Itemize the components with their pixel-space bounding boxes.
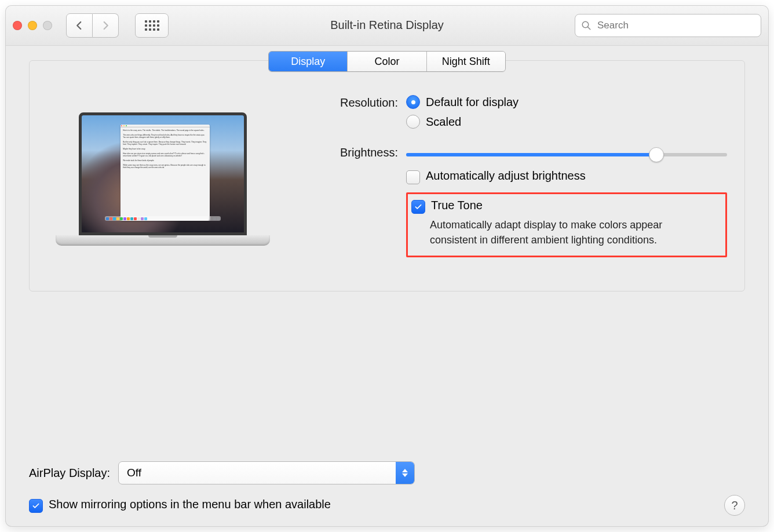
slider-thumb-icon[interactable] [649,147,664,162]
auto-brightness-label: Automatically adjust brightness [426,169,586,183]
airplay-value: Off [119,467,396,479]
radio-scaled[interactable]: Scaled [406,115,727,129]
airplay-row: AirPlay Display: Off [29,461,745,484]
radio-dot-icon [406,95,420,109]
titlebar: Built-in Retina Display [6,6,768,46]
checkbox-auto-brightness[interactable]: Automatically adjust brightness [406,169,727,184]
checkbox-icon [29,499,43,513]
search-input[interactable] [596,19,755,32]
nav-buttons [66,13,119,38]
true-tone-label: True Tone [431,199,483,212]
close-window-button[interactable] [13,21,22,30]
tab-display[interactable]: Display [269,52,347,71]
true-tone-description: Automatically adapt display to make colo… [430,217,696,247]
resolution-label: Resolution: [296,95,398,110]
brightness-slider[interactable] [406,148,727,161]
search-field-container [575,14,761,37]
chevron-left-icon [74,20,85,31]
tab-night-shift[interactable]: Night Shift [426,52,505,71]
laptop-illustration: Here's to the crazy ones. The misfits. T… [56,112,270,246]
checkbox-icon [411,200,425,214]
checkbox-icon [406,170,420,184]
tab-bar: Display Color Night Shift [268,51,506,72]
window-controls [13,21,52,30]
svg-line-1 [587,27,590,30]
footer: AirPlay Display: Off Show mirroring opti… [29,461,745,516]
tab-color[interactable]: Color [347,52,426,71]
help-button[interactable]: ? [724,495,745,516]
settings-column: Resolution: Default for display Scaled [296,95,744,268]
checkbox-mirroring-menu-bar[interactable]: Show mirroring options in the menu bar w… [29,498,331,513]
airplay-select[interactable]: Off [118,461,415,484]
forward-button[interactable] [93,13,119,38]
select-arrows-icon [396,462,414,484]
radio-dot-icon [406,115,420,129]
radio-scaled-label: Scaled [426,115,461,129]
preferences-window: Built-in Retina Display Display Color Ni… [6,6,768,526]
checkbox-true-tone[interactable]: True Tone [411,199,714,214]
checkmark-icon [414,203,422,211]
minimize-window-button[interactable] [28,21,37,30]
show-all-button[interactable] [135,13,169,38]
preview-app-window: Here's to the crazy ones. The misfits. T… [121,125,210,221]
app-grid-icon [145,20,159,31]
back-button[interactable] [66,13,93,38]
airplay-label: AirPlay Display: [29,467,110,480]
preview-dock [105,216,221,221]
help-icon: ? [731,499,738,512]
brightness-label: Brightness: [296,145,398,159]
radio-default-for-display[interactable]: Default for display [406,95,727,109]
display-preview: Here's to the crazy ones. The misfits. T… [30,95,296,268]
zoom-window-button[interactable] [43,21,52,30]
mirroring-label: Show mirroring options in the menu bar w… [49,498,331,511]
search-icon [581,20,592,31]
chevron-right-icon [100,20,111,31]
radio-default-label: Default for display [426,96,519,109]
highlight-true-tone: True Tone Automatically adapt display to… [406,192,727,257]
checkmark-icon [32,502,40,510]
display-pane: Display Color Night Shift Here's to the … [29,60,745,291]
